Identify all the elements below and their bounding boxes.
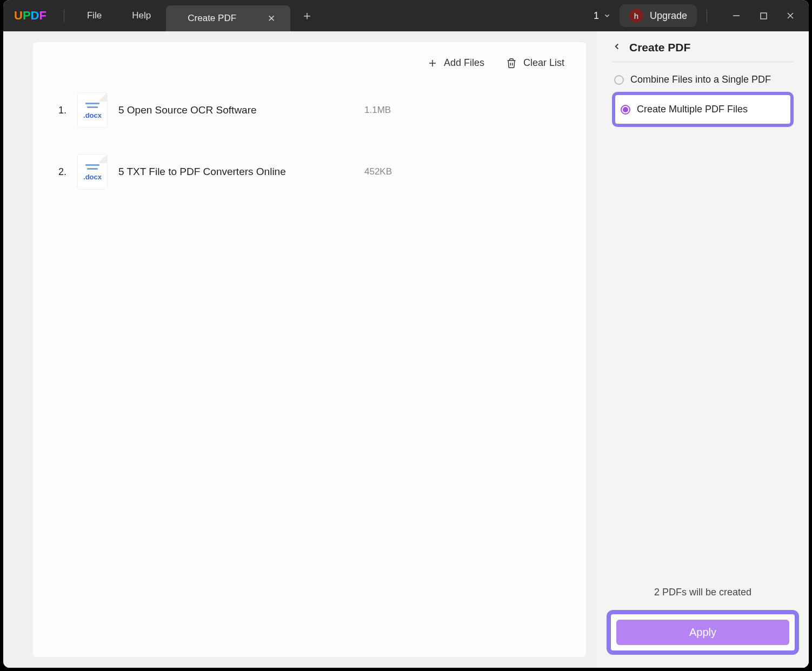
radio-combine[interactable]: Combine Files into a Single PDF xyxy=(612,70,794,90)
app-body: Add Files Clear List 1. .docx 5 Op xyxy=(3,31,809,668)
apply-button[interactable]: Apply xyxy=(616,620,789,645)
radio-icon-selected xyxy=(621,105,630,115)
window-controls xyxy=(724,6,802,25)
file-list-card: Add Files Clear List 1. .docx 5 Op xyxy=(33,42,586,657)
tab-count-dropdown[interactable]: 1 xyxy=(594,10,611,22)
separator xyxy=(707,9,707,22)
menu-file[interactable]: File xyxy=(72,10,117,21)
title-bar: UPDF File Help Create PDF ✕ ＋ 1 h Upgrad… xyxy=(3,0,809,31)
file-extension: .docx xyxy=(83,173,102,181)
highlighted-option: Create Multiple PDF Files xyxy=(612,92,794,127)
avatar: h xyxy=(629,9,643,23)
file-row[interactable]: 2. .docx 5 TXT File to PDF Converters On… xyxy=(49,141,570,203)
maximize-icon xyxy=(760,12,767,19)
file-name: 5 Open Source OCR Software xyxy=(118,104,354,116)
row-number: 1. xyxy=(55,105,66,116)
clear-list-button[interactable]: Clear List xyxy=(506,57,564,69)
radio-icon xyxy=(614,75,624,85)
svg-rect-1 xyxy=(761,13,767,19)
tab-title: Create PDF xyxy=(188,13,236,24)
status-text: 2 PDFs will be created xyxy=(612,587,794,598)
row-number: 2. xyxy=(55,166,66,178)
tab-count-value: 1 xyxy=(594,10,599,22)
chevron-down-icon xyxy=(603,12,611,19)
minimize-button[interactable] xyxy=(724,6,748,25)
file-extension: .docx xyxy=(83,111,102,119)
chevron-left-icon xyxy=(612,42,622,51)
maximize-button[interactable] xyxy=(751,6,775,25)
file-name: 5 TXT File to PDF Converters Online xyxy=(118,166,354,178)
minimize-icon xyxy=(733,12,740,19)
tab-create-pdf[interactable]: Create PDF ✕ xyxy=(166,5,290,31)
app-logo: UPDF xyxy=(14,9,46,23)
file-list: 1. .docx 5 Open Source OCR Software 1.1M… xyxy=(49,79,570,646)
menu-help[interactable]: Help xyxy=(117,10,166,21)
close-tab-icon[interactable]: ✕ xyxy=(263,11,279,26)
plus-icon xyxy=(428,58,437,68)
file-row[interactable]: 1. .docx 5 Open Source OCR Software 1.1M… xyxy=(49,79,570,141)
close-icon xyxy=(787,12,794,19)
file-toolbar: Add Files Clear List xyxy=(49,53,570,79)
docx-file-icon: .docx xyxy=(77,92,108,128)
back-button[interactable] xyxy=(612,42,622,53)
new-tab-button[interactable]: ＋ xyxy=(290,8,324,24)
main-panel: Add Files Clear List 1. .docx 5 Op xyxy=(3,31,597,668)
upgrade-button[interactable]: h Upgrade xyxy=(620,4,697,27)
radio-multiple-label: Create Multiple PDF Files xyxy=(637,104,748,115)
trash-icon xyxy=(506,58,517,69)
radio-combine-label: Combine Files into a Single PDF xyxy=(630,74,771,85)
upgrade-label: Upgrade xyxy=(650,10,687,22)
docx-file-icon: .docx xyxy=(77,154,108,190)
file-size: 452KB xyxy=(364,166,413,177)
radio-multiple[interactable]: Create Multiple PDF Files xyxy=(618,99,787,119)
close-window-button[interactable] xyxy=(778,6,802,25)
side-panel: Create PDF Combine Files into a Single P… xyxy=(597,31,809,668)
apply-highlight: Apply xyxy=(607,610,799,655)
file-size: 1.1MB xyxy=(364,105,413,116)
clear-list-label: Clear List xyxy=(523,57,564,69)
panel-header: Create PDF xyxy=(612,41,794,62)
panel-title: Create PDF xyxy=(629,41,690,54)
separator xyxy=(64,9,64,22)
add-files-button[interactable]: Add Files xyxy=(428,57,484,69)
app-window: UPDF File Help Create PDF ✕ ＋ 1 h Upgrad… xyxy=(3,0,809,668)
add-files-label: Add Files xyxy=(444,57,484,69)
